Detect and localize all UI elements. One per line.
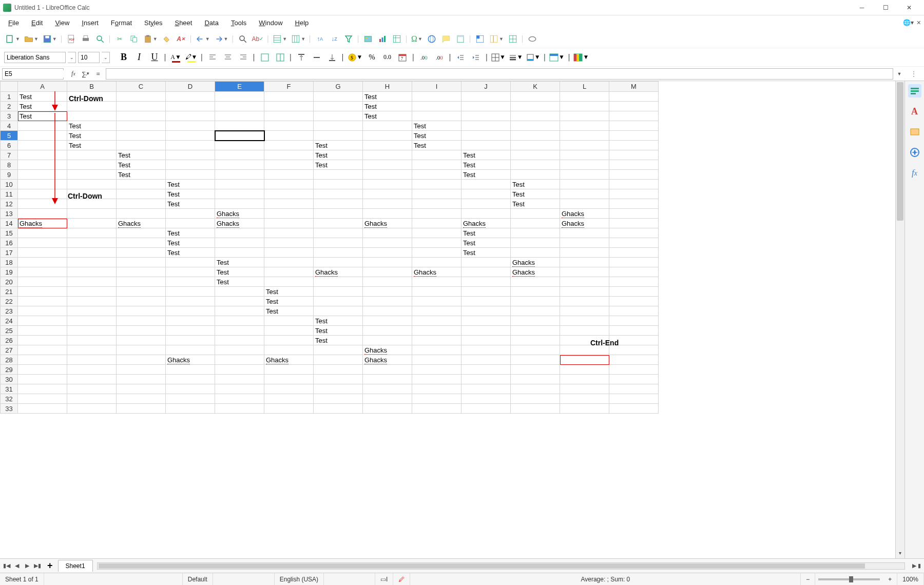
status-signature[interactable]: 🖉: [393, 573, 410, 585]
cell-L31[interactable]: [560, 384, 609, 394]
font-name-caret[interactable]: ⌄: [68, 52, 76, 63]
cell-F3[interactable]: [264, 111, 314, 121]
row-header-16[interactable]: 16: [1, 238, 18, 248]
cell-F9[interactable]: [264, 170, 314, 180]
cell-M10[interactable]: [609, 180, 659, 189]
cell-F29[interactable]: [264, 365, 314, 375]
sort-desc-button[interactable]: ↓Z: [328, 32, 341, 46]
cell-C6[interactable]: [117, 141, 166, 150]
cell-C8[interactable]: Test: [117, 160, 166, 170]
cell-J23[interactable]: [461, 306, 511, 316]
cell-D16[interactable]: Test: [166, 238, 215, 248]
cell-K22[interactable]: [511, 297, 560, 306]
menu-file[interactable]: File: [3, 17, 24, 29]
cell-F11[interactable]: [264, 189, 314, 199]
cell-B23[interactable]: [67, 306, 117, 316]
dec-indent-button[interactable]: [469, 51, 483, 64]
cell-I18[interactable]: [412, 258, 461, 267]
cell-I28[interactable]: [412, 355, 461, 365]
tab-nav-first[interactable]: ▮◀: [2, 561, 11, 571]
cell-J15[interactable]: Test: [461, 228, 511, 238]
cell-K21[interactable]: [511, 287, 560, 297]
cell-K20[interactable]: [511, 277, 560, 287]
cell-L24[interactable]: [560, 316, 609, 326]
cell-B15[interactable]: [67, 228, 117, 238]
cell-H23[interactable]: [363, 306, 412, 316]
cell-K4[interactable]: [511, 121, 560, 131]
cell-E5[interactable]: [215, 131, 264, 141]
cell-L8[interactable]: [560, 160, 609, 170]
cond-format-button[interactable]: ▼: [573, 51, 589, 64]
row-header-21[interactable]: 21: [1, 287, 18, 297]
cell-D15[interactable]: Test: [166, 228, 215, 238]
zoom-in-button[interactable]: +: [883, 573, 897, 585]
cell-D6[interactable]: [166, 141, 215, 150]
cell-E31[interactable]: [215, 384, 264, 394]
cell-L22[interactable]: [560, 297, 609, 306]
cell-G17[interactable]: [314, 248, 363, 258]
cell-B24[interactable]: [67, 316, 117, 326]
cell-L16[interactable]: [560, 238, 609, 248]
cell-D5[interactable]: [166, 131, 215, 141]
cell-I7[interactable]: [412, 150, 461, 160]
cell-E17[interactable]: [215, 248, 264, 258]
cell-A5[interactable]: [18, 131, 67, 141]
print-preview-button[interactable]: [93, 32, 107, 46]
cell-K31[interactable]: [511, 384, 560, 394]
cell-G20[interactable]: [314, 277, 363, 287]
row-header-2[interactable]: 2: [1, 102, 18, 111]
cell-F7[interactable]: [264, 150, 314, 160]
cell-K33[interactable]: [511, 404, 560, 414]
cell-F22[interactable]: Test: [264, 297, 314, 306]
col-header-F[interactable]: F: [264, 82, 314, 92]
cell-F10[interactable]: [264, 180, 314, 189]
cut-button[interactable]: ✂: [113, 32, 126, 46]
cell-D26[interactable]: [166, 336, 215, 345]
cell-I16[interactable]: [412, 238, 461, 248]
cell-F8[interactable]: [264, 160, 314, 170]
cell-G6[interactable]: Test: [314, 141, 363, 150]
cell-B28[interactable]: [67, 355, 117, 365]
pivot-button[interactable]: [390, 32, 403, 46]
cell-F33[interactable]: [264, 404, 314, 414]
cell-B2[interactable]: [67, 102, 117, 111]
cell-H11[interactable]: [363, 189, 412, 199]
cell-B27[interactable]: [67, 345, 117, 355]
cell-A10[interactable]: [18, 180, 67, 189]
cell-E30[interactable]: [215, 375, 264, 384]
cell-K28[interactable]: [511, 355, 560, 365]
row-header-26[interactable]: 26: [1, 336, 18, 345]
cell-K8[interactable]: [511, 160, 560, 170]
cell-A22[interactable]: [18, 297, 67, 306]
cell-A20[interactable]: [18, 277, 67, 287]
cell-L17[interactable]: [560, 248, 609, 258]
cell-B29[interactable]: [67, 365, 117, 375]
cell-M14[interactable]: [609, 219, 659, 228]
font-color-button[interactable]: A▼: [169, 51, 183, 64]
cell-C10[interactable]: [117, 180, 166, 189]
cell-J14[interactable]: Ghacks: [461, 219, 511, 228]
cell-A30[interactable]: [18, 375, 67, 384]
cell-A21[interactable]: [18, 287, 67, 297]
cell-H26[interactable]: [363, 336, 412, 345]
menu-edit[interactable]: Edit: [26, 17, 48, 29]
cell-D13[interactable]: [166, 209, 215, 219]
cell-A3[interactable]: Test: [18, 111, 67, 121]
cell-E15[interactable]: [215, 228, 264, 238]
cell-C7[interactable]: Test: [117, 150, 166, 160]
cell-D19[interactable]: [166, 267, 215, 277]
scroll-thumb[interactable]: [897, 82, 903, 221]
cell-F31[interactable]: [264, 384, 314, 394]
cell-J9[interactable]: Test: [461, 170, 511, 180]
cell-A18[interactable]: [18, 258, 67, 267]
cell-D9[interactable]: [166, 170, 215, 180]
cell-E22[interactable]: [215, 297, 264, 306]
cell-I12[interactable]: [412, 199, 461, 209]
row-header-7[interactable]: 7: [1, 150, 18, 160]
cell-H29[interactable]: [363, 365, 412, 375]
cell-C12[interactable]: [117, 199, 166, 209]
cell-D21[interactable]: [166, 287, 215, 297]
cell-A4[interactable]: [18, 121, 67, 131]
cell-C25[interactable]: [117, 326, 166, 336]
cell-H1[interactable]: Test: [363, 92, 412, 102]
